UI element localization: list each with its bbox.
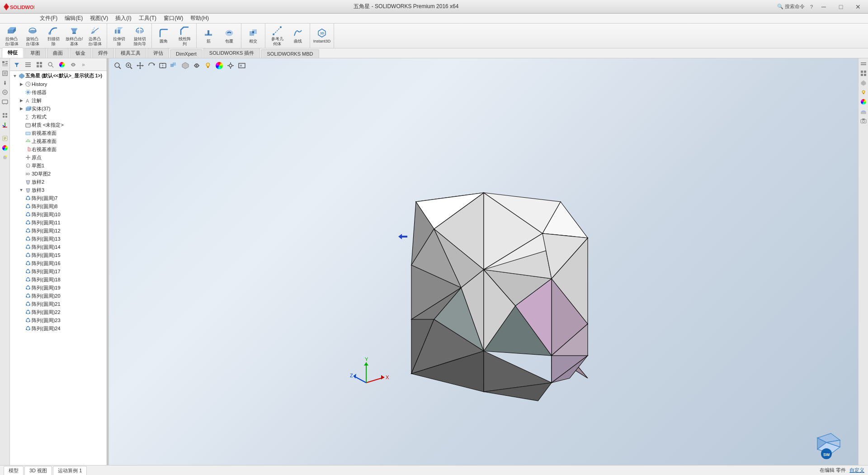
menu-help[interactable]: 帮助(H)	[187, 14, 212, 23]
tb-chamfer[interactable]: 线性阵列	[175, 24, 194, 48]
vp-hide-show[interactable]	[192, 61, 202, 71]
tree-circ12[interactable]: 阵列(圆周)12	[10, 227, 107, 235]
tb-wrap[interactable]: 包覆	[219, 26, 239, 46]
tree-circ10[interactable]: 阵列(圆周)10	[10, 210, 107, 218]
tree-material[interactable]: 材质 <未指定>	[10, 121, 107, 129]
tree-history-toggle[interactable]: ▶	[18, 81, 24, 88]
tree-circ21[interactable]: 阵列(圆周)21	[10, 300, 107, 308]
tree-sketch1[interactable]: (-) 草图1	[10, 162, 107, 170]
tree-front-plane-toggle[interactable]	[18, 129, 24, 137]
search-box[interactable]: 🔍 搜索命令	[774, 3, 807, 10]
rt-display[interactable]	[859, 78, 868, 87]
rt-view-orientation[interactable]	[859, 69, 868, 78]
tree-origin-toggle[interactable]	[18, 154, 24, 161]
tb-revolve-cut[interactable]: 旋转切除向导	[130, 24, 150, 48]
vp-appearances[interactable]	[214, 61, 224, 71]
tb-extrude-boss[interactable]: 拉伸凸台/基体	[2, 24, 22, 48]
help-btn[interactable]: ?	[808, 4, 815, 10]
tree-circ17[interactable]: 阵列(圆周)17	[10, 267, 107, 276]
lt-note[interactable]	[0, 134, 9, 143]
vp-view-orientation[interactable]	[169, 61, 179, 71]
lt-reference-triad[interactable]	[0, 120, 9, 129]
tb-fillet[interactable]: 圆角	[154, 26, 174, 46]
tb-ref-geom[interactable]: 参考几何体	[267, 24, 287, 48]
tree-circ7[interactable]: 阵列(圆周)7	[10, 194, 107, 202]
tab-sheetmetal[interactable]: 钣金	[70, 48, 91, 58]
tree-loft2-toggle[interactable]	[18, 178, 24, 185]
tb-intersect[interactable]: 相交	[243, 26, 263, 46]
tree-history[interactable]: ▶ History	[10, 80, 107, 88]
fp-expand-btn[interactable]: »	[80, 60, 90, 70]
tree-equations[interactable]: ∑ 方程式	[10, 113, 107, 121]
vp-view-settings[interactable]	[226, 61, 236, 71]
tab-mold-tools[interactable]: 模具工具	[115, 48, 146, 58]
minimize-btn[interactable]: ─	[816, 0, 832, 14]
tab-sw-addins[interactable]: SOLIDWORKS 插件	[203, 48, 260, 58]
lt-appearances[interactable]	[0, 143, 9, 152]
tree-loft3[interactable]: ▼ 放样3	[10, 186, 107, 194]
tree-circ8[interactable]: 阵列(圆周)8	[10, 202, 107, 210]
tab-weldments[interactable]: 焊件	[92, 48, 114, 58]
tree-circ16[interactable]: 阵列(圆周)16	[10, 259, 107, 267]
tree-right-plane-toggle[interactable]	[18, 146, 24, 153]
menu-tools[interactable]: 工具(T)	[135, 14, 160, 23]
lt-view-orientations[interactable]	[0, 111, 9, 120]
lt-dim-xpert-btn[interactable]	[0, 88, 9, 97]
tb-boundary-boss[interactable]: 边界凸台/基体	[85, 24, 105, 48]
tree-loft3-toggle[interactable]: ▼	[18, 186, 24, 194]
tree-circ15[interactable]: 阵列(圆周)15	[10, 251, 107, 259]
fp-hide-btn[interactable]	[68, 60, 78, 70]
statusbar-customize-btn[interactable]: 自定义	[849, 467, 864, 474]
close-btn[interactable]: ✕	[850, 0, 866, 14]
tree-root[interactable]: ▼ 五角星 (默认<<默认>_显示状态 1>)	[10, 72, 107, 80]
restore-btn[interactable]: □	[833, 0, 849, 14]
vp-pan[interactable]	[135, 61, 145, 71]
vp-display-style[interactable]	[180, 61, 190, 71]
tree-circ11[interactable]: 阵列(圆周)11	[10, 218, 107, 227]
rt-appearances[interactable]	[859, 97, 868, 106]
tb-revolve-boss[interactable]: 旋转凸台/基体	[23, 24, 42, 48]
tree-circ13[interactable]: 阵列(圆周)13	[10, 235, 107, 243]
lt-display-mgr-btn[interactable]	[0, 97, 9, 106]
tree-circ19[interactable]: 阵列(圆周)19	[10, 284, 107, 292]
tree-sketch1-toggle[interactable]	[18, 162, 24, 169]
tab-dimxpert[interactable]: DimXpert	[170, 49, 203, 58]
menu-window[interactable]: 窗口(W)	[160, 14, 187, 23]
fp-search-btn[interactable]	[46, 60, 56, 70]
tb-curves[interactable]: 曲线	[288, 26, 308, 46]
tree-sensors[interactable]: 传感器	[10, 88, 107, 96]
menu-view[interactable]: 视图(V)	[86, 14, 112, 23]
tab-sw-mbd[interactable]: SOLIDWORKS MBD	[261, 49, 319, 58]
tree-front-plane[interactable]: 前视基准面	[10, 129, 107, 137]
tree-circ7-toggle[interactable]	[18, 195, 24, 202]
tree-material-toggle[interactable]	[18, 121, 24, 128]
tb-sweep-boss[interactable]: 扫描切除	[43, 24, 63, 48]
tree-circ8-toggle[interactable]	[18, 203, 24, 210]
tree-circ14[interactable]: 阵列(圆周)14	[10, 243, 107, 251]
tree-circ20[interactable]: 阵列(圆周)20	[10, 292, 107, 300]
tab-sketch[interactable]: 草图	[24, 48, 46, 58]
rt-lights[interactable]	[859, 88, 868, 97]
tree-circ23[interactable]: 阵列(圆周)23	[10, 316, 107, 324]
statusbar-tab-3dview[interactable]: 3D 视图	[24, 466, 52, 475]
menu-file[interactable]: 文件(F)	[36, 14, 61, 23]
vp-rotate[interactable]	[146, 61, 156, 71]
tree-origin[interactable]: 原点	[10, 153, 107, 162]
tree-3dsketch2[interactable]: 3D 3D草图2	[10, 170, 107, 178]
tree-annotations[interactable]: ▶ A 注解	[10, 96, 107, 104]
tree-top-plane[interactable]: 上视基准面	[10, 137, 107, 145]
rt-expand-all[interactable]	[859, 59, 868, 68]
statusbar-tab-motion[interactable]: 运动算例 1	[53, 466, 87, 475]
tree-equations-toggle[interactable]	[18, 113, 24, 120]
tab-features[interactable]: 特征	[2, 48, 24, 58]
vp-zoom-in[interactable]	[124, 61, 134, 71]
tree-top-plane-toggle[interactable]	[18, 138, 24, 145]
menu-edit[interactable]: 编辑(E)	[61, 14, 86, 23]
tree-solids[interactable]: ▶ 实体(37)	[10, 104, 107, 113]
rt-camera[interactable]	[859, 116, 868, 125]
tree-solids-toggle[interactable]: ▶	[18, 105, 24, 112]
view-cube[interactable]: SW	[808, 424, 844, 461]
lt-feature-tree-btn[interactable]	[0, 59, 9, 68]
tb-instant3d[interactable]: 3D Instant3D	[312, 26, 332, 46]
tree-circ24[interactable]: 阵列(圆周)24	[10, 324, 107, 332]
